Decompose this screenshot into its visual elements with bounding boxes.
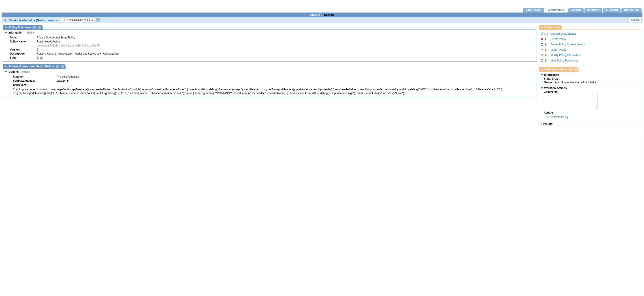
main-tabs: DASHBOARD WORKBENCH ALERTS SECURITY AUDI… — [2, 8, 642, 12]
policy-name-value: RetainHeaderValue — [37, 40, 60, 43]
version-select[interactable]: v2 - 10/02/2020 07:30:29 — [61, 18, 94, 22]
export-icon — [540, 48, 544, 51]
svg-rect-1 — [5, 20, 6, 21]
script-panel-header: Private Operational Script Policy ▭ ? — [3, 64, 66, 69]
modify-link[interactable]: Modify — [27, 31, 34, 34]
actions-panel-header: Actions ▭ — [538, 25, 562, 29]
subnav-search[interactable]: Search — [324, 13, 334, 16]
svg-point-4 — [545, 38, 546, 39]
refresh-icon — [540, 32, 544, 35]
version-value: 2 — [37, 48, 38, 51]
details-tab[interactable]: Details — [629, 18, 642, 22]
help-icon[interactable]: ? — [574, 68, 577, 71]
caret-down-icon[interactable] — [5, 32, 7, 33]
caret-down-icon[interactable] — [5, 66, 7, 67]
action-link[interactable]: Modify Policy Information — [550, 54, 580, 57]
overview-title: Policy Overview — [9, 25, 31, 29]
help-icon[interactable]: ? — [61, 65, 64, 68]
caret-down-icon[interactable] — [540, 27, 543, 28]
activate-link[interactable]: Activate Policy — [551, 116, 568, 119]
action-link[interactable]: Delete Policy Current Version — [550, 43, 586, 46]
policy-badge-icon — [544, 37, 547, 41]
collapse-icon[interactable]: ▭ — [568, 68, 572, 71]
workflow-panel-header: Policy Workflow ▭ ? — [538, 67, 578, 72]
script-title: Private Operational Script Policy — [9, 65, 54, 68]
description-value: Retains value for Authorization header a… — [37, 52, 120, 55]
delete-icon — [540, 38, 543, 40]
collapse-icon[interactable]: ▭ — [557, 26, 560, 29]
actions-title: Actions — [544, 25, 555, 29]
caret-down-icon[interactable] — [540, 74, 543, 76]
function-label: Function: — [13, 75, 57, 78]
policy-title: RetainHeaderValue (Draft) — [9, 18, 44, 22]
tab-auditing[interactable]: AUDITING — [603, 8, 620, 12]
svg-point-8 — [545, 48, 547, 50]
tab-security[interactable]: SECURITY — [584, 8, 602, 12]
wf-history-label: History — [543, 122, 552, 125]
activate-icon — [546, 115, 550, 119]
tab-alerts[interactable]: ALERTS — [568, 8, 584, 12]
collapse-icon[interactable]: ▭ — [56, 65, 59, 68]
caret-down-icon[interactable] — [540, 87, 543, 89]
svg-point-12 — [545, 59, 547, 61]
org-icon: ORG — [544, 32, 548, 35]
tab-configure[interactable]: CONFIGURE — [622, 8, 642, 12]
tab-dashboard[interactable]: DASHBOARD — [523, 8, 544, 12]
modify-link[interactable]: Modify — [22, 70, 30, 73]
wf-state-label: State: — [544, 77, 551, 80]
separator: | — [20, 70, 20, 73]
action-link[interactable]: Change Organization — [550, 32, 576, 35]
sub-nav: Browse | Search — [2, 12, 642, 17]
caret-down-icon[interactable] — [5, 71, 7, 72]
caret-right-icon[interactable] — [540, 123, 542, 125]
workflow-title: Policy Workflow — [544, 68, 567, 71]
version-label: Version: — [10, 48, 37, 51]
title-bar: RetainHeaderValue (Draft) version: v2 - … — [2, 17, 642, 23]
action-modify-info[interactable]: Modify Policy Information — [540, 52, 639, 58]
help-icon[interactable]: ? — [38, 26, 41, 29]
state-label: State: — [10, 56, 37, 59]
svg-point-0 — [4, 18, 6, 20]
state-value: Draft — [37, 56, 42, 59]
action-change-organization[interactable]: ORG Change Organization — [540, 31, 639, 36]
action-delete-version[interactable]: Delete Policy Current Version — [540, 42, 639, 47]
wf-owner-value: Local Domain\smshargi-ArunShetty — [554, 81, 596, 84]
refresh-icon — [540, 59, 544, 62]
tab-workbench[interactable]: WORKBENCH — [545, 8, 568, 12]
action-link[interactable]: View Policy References — [550, 59, 579, 62]
svg-point-6 — [545, 43, 547, 45]
script-panel-body: Options | Modify Function: Pre-policy Au… — [3, 69, 537, 97]
policy-badge-icon — [544, 43, 547, 46]
svg-rect-11 — [545, 55, 546, 56]
help-icon[interactable]: ? — [96, 18, 100, 22]
overview-panel-header: Policy Overview ▭ ? — [3, 25, 43, 29]
separator: | — [322, 13, 322, 16]
action-export-policy[interactable]: Export Policy — [540, 47, 639, 52]
separator: | — [24, 31, 25, 34]
policy-badge-icon — [544, 54, 547, 57]
action-link[interactable]: Export Policy — [550, 48, 566, 51]
caret-down-icon[interactable] — [5, 27, 7, 28]
policy-badge-icon — [3, 18, 7, 22]
action-view-references[interactable]: View Policy References — [540, 58, 639, 63]
workflow-panel-body: Information State: Draft Owner: Local Do… — [538, 72, 641, 127]
svg-point-10 — [545, 54, 547, 55]
version-label: version: — [48, 18, 59, 22]
subnav-browse[interactable]: Browse — [310, 13, 320, 16]
caret-down-icon[interactable] — [540, 69, 543, 70]
action-link[interactable]: Delete Policy — [550, 37, 566, 41]
refresh-icon — [540, 43, 544, 46]
policy-name-label: Policy Name: — [10, 40, 37, 43]
activate-policy-action[interactable]: Activate Policy — [546, 115, 639, 119]
actions-label: Actions: — [544, 111, 554, 114]
svg-rect-13 — [545, 61, 546, 62]
action-delete-policy[interactable]: Delete Policy — [540, 36, 639, 42]
edit-icon — [540, 54, 544, 57]
overview-panel-body: Information | Modify Type: Private Opera… — [3, 29, 537, 62]
info-section-label: Information — [8, 31, 23, 34]
collapse-icon[interactable]: ▭ — [33, 26, 36, 29]
svg-rect-5 — [545, 39, 546, 40]
language-label: Script Language: — [13, 79, 57, 82]
comments-input[interactable] — [544, 94, 598, 109]
policy-uuid: (urn:uuid:b7d5e23b-0d00-11ea-a91b-9d6dba… — [37, 44, 100, 47]
